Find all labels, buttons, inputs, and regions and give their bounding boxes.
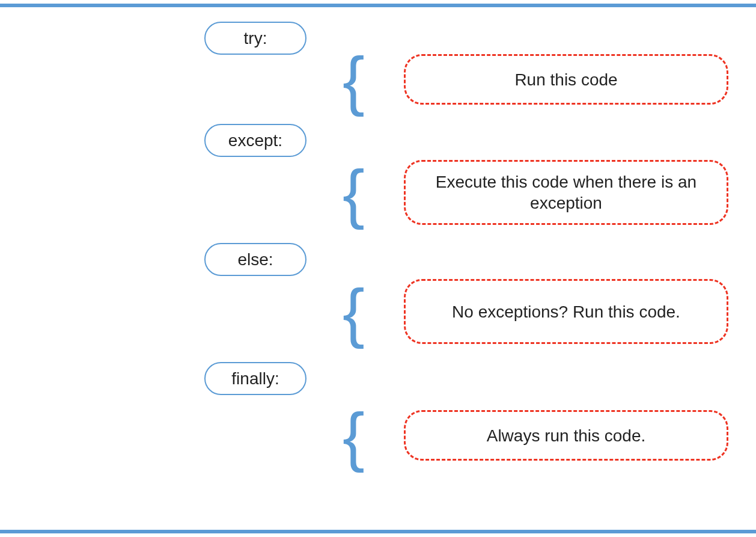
description-text: Run this code: [514, 69, 617, 90]
brace-icon: {: [343, 47, 365, 113]
description-box-except: Execute this code when there is an excep…: [404, 160, 728, 225]
brace-icon: {: [343, 403, 365, 469]
brace-icon: {: [343, 160, 365, 226]
keyword-box-else: else:: [204, 243, 306, 276]
description-box-else: No exceptions? Run this code.: [404, 279, 728, 344]
description-text: Execute this code when there is an excep…: [424, 171, 709, 213]
description-box-finally: Always run this code.: [404, 410, 728, 461]
bottom-horizontal-rule: [0, 530, 756, 533]
keyword-label: except:: [228, 131, 282, 150]
keyword-box-try: try:: [204, 22, 306, 55]
description-text: Always run this code.: [487, 425, 646, 446]
description-box-try: Run this code: [404, 54, 728, 105]
keyword-label: try:: [244, 29, 267, 48]
description-text: No exceptions? Run this code.: [452, 301, 680, 322]
keyword-label: finally:: [231, 369, 279, 388]
keyword-label: else:: [237, 250, 273, 269]
brace-icon: {: [343, 279, 365, 345]
keyword-box-finally: finally:: [204, 362, 306, 395]
keyword-box-except: except:: [204, 124, 306, 157]
top-horizontal-rule: [0, 4, 756, 7]
